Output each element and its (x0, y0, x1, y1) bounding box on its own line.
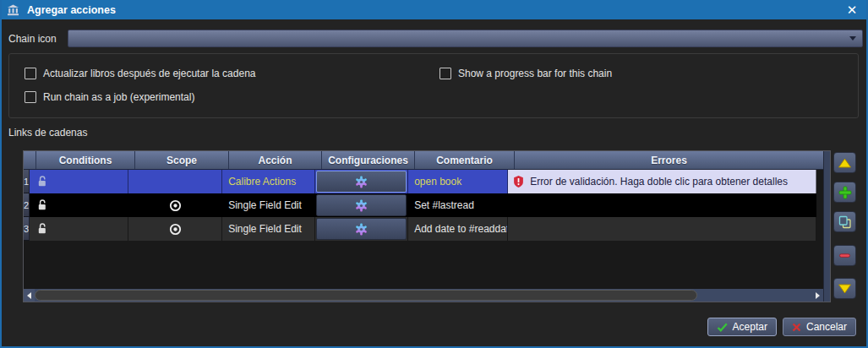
dialog-footer: Aceptar Cancelar (707, 318, 856, 336)
scope-cell[interactable] (128, 193, 222, 217)
dialog-bank-icon (7, 4, 19, 16)
action-cell[interactable]: Calibre Actions (222, 170, 315, 193)
arrow-up-icon (838, 157, 852, 169)
titlebar[interactable]: Agregar acciones ✕ (0, 0, 868, 19)
header-action[interactable]: Acción (229, 151, 322, 169)
cancel-button-label: Cancelar (806, 321, 847, 333)
links-section-label: Links de cadenas (8, 127, 87, 139)
scope-target-icon (169, 223, 182, 236)
options-groupbox: Actualizar libros después de ejecutar la… (8, 53, 859, 118)
unlocked-padlock-icon (37, 223, 48, 235)
copy-icon (838, 215, 852, 229)
checkbox-box[interactable] (439, 68, 451, 79)
accept-button[interactable]: Aceptar (707, 318, 777, 336)
header-scope[interactable]: Scope (135, 151, 229, 169)
minus-icon (838, 249, 851, 262)
chain-links-table: Conditions Scope Acción Configuraciones … (23, 150, 831, 302)
config-button[interactable] (316, 218, 407, 240)
config-cell (315, 193, 408, 217)
header-errors[interactable]: Errores (515, 151, 823, 169)
copy-link-button[interactable] (833, 211, 856, 232)
header-corner (24, 151, 36, 169)
header-conditions[interactable]: Conditions (36, 151, 135, 169)
row-number[interactable]: 2 (24, 193, 30, 217)
checkbox-box[interactable] (25, 68, 36, 79)
checkbox-progress-bar-label: Show a progress bar for this chain (458, 68, 612, 79)
row-number[interactable]: 3 (24, 217, 30, 241)
close-icon[interactable]: ✕ (843, 0, 861, 19)
conditions-cell[interactable] (30, 217, 128, 241)
unlocked-padlock-icon (37, 176, 48, 188)
table-row[interactable]: 3 Single Field Edit (24, 217, 823, 241)
checkbox-progress-bar[interactable]: Show a progress bar for this chain (439, 68, 612, 79)
chain-icon-label: Chain icon (8, 33, 57, 45)
header-comment[interactable]: Comentario (415, 151, 515, 169)
comment-cell[interactable]: Set #lastread (408, 193, 508, 217)
horizontal-scrollbar[interactable] (24, 289, 823, 302)
config-cell (315, 170, 408, 193)
checkbox-update-books-label: Actualizar libros después de ejecutar la… (43, 68, 255, 79)
scroll-right-icon[interactable] (812, 289, 823, 302)
horizontal-scrollbar-thumb[interactable] (35, 290, 697, 301)
action-cell[interactable]: Single Field Edit (222, 193, 315, 217)
checkbox-run-as-job-label: Run chain as a job (experimental) (43, 91, 194, 103)
row-number[interactable]: 1 (24, 170, 30, 193)
dialog-title: Agregar acciones (27, 4, 116, 16)
add-actions-dialog: Agregar acciones ✕ Chain icon Actualizar… (0, 0, 868, 348)
scroll-left-icon[interactable] (24, 289, 35, 302)
error-cell[interactable] (508, 217, 816, 241)
error-cell[interactable]: Error de validación. Haga doble clic par… (508, 170, 816, 193)
add-link-button[interactable] (833, 182, 856, 203)
comment-cell[interactable]: open book (408, 170, 508, 193)
comment-cell[interactable]: Add date to #readdates (408, 217, 508, 241)
chain-icon-dropdown[interactable] (68, 30, 863, 47)
row-action-buttons (833, 152, 857, 299)
validation-error-shield-icon (513, 176, 524, 188)
error-text: Error de validación. Haga doble clic par… (530, 176, 788, 188)
header-config[interactable]: Configuraciones (322, 151, 415, 169)
gear-icon (355, 199, 368, 212)
scope-cell[interactable] (128, 170, 222, 193)
cancel-button[interactable]: Cancelar (783, 318, 856, 336)
plus-icon (838, 186, 852, 199)
check-icon (717, 323, 728, 332)
remove-link-button[interactable] (833, 245, 856, 266)
table-row[interactable]: 2 Single Field Edit (24, 193, 823, 217)
action-cell[interactable]: Single Field Edit (222, 217, 315, 241)
gear-icon (355, 176, 368, 188)
conditions-cell[interactable] (30, 193, 128, 217)
vertical-scrollbar[interactable] (823, 151, 830, 302)
table-empty-area (24, 241, 823, 289)
arrow-down-icon (838, 283, 852, 295)
horizontal-scrollbar-track[interactable] (697, 289, 812, 302)
checkbox-update-books[interactable]: Actualizar libros después de ejecutar la… (25, 68, 255, 79)
scope-cell[interactable] (128, 217, 222, 241)
config-button[interactable] (316, 171, 407, 193)
move-up-button[interactable] (833, 152, 856, 173)
accept-button-label: Aceptar (733, 321, 767, 333)
x-icon (792, 323, 801, 332)
error-cell[interactable] (508, 193, 816, 217)
checkbox-run-as-job[interactable]: Run chain as a job (experimental) (25, 91, 194, 103)
unlocked-padlock-icon (37, 199, 48, 211)
checkbox-box[interactable] (25, 91, 36, 103)
config-cell (315, 217, 408, 241)
scope-target-icon (169, 199, 182, 212)
table-header-row: Conditions Scope Acción Configuraciones … (24, 151, 823, 170)
move-down-button[interactable] (833, 278, 856, 299)
chevron-down-icon (849, 36, 856, 41)
config-button[interactable] (316, 194, 407, 216)
conditions-cell[interactable] (30, 170, 128, 193)
table-row[interactable]: 1 Calibre Actions (24, 170, 823, 193)
gear-icon (355, 223, 368, 236)
